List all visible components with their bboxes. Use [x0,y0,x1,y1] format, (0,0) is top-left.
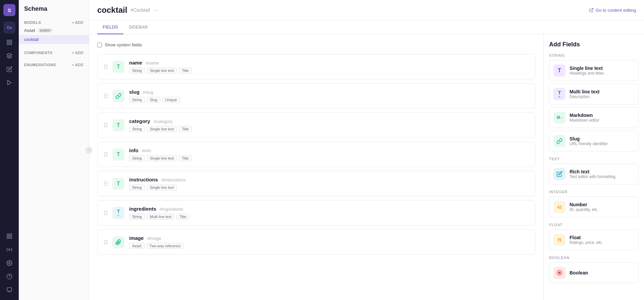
field-tags-name: String Single line text Title [129,68,528,74]
field-tag: Single line text [147,184,177,190]
field-card-image: image #image Asset Two-way reference [97,229,535,255]
field-type-slug[interactable]: Slug URL friendly identifier [549,131,639,152]
field-type-single-line-text[interactable]: T Single line text Headings and titles [549,60,639,81]
add-fields-panel: Add Fields STRING T Single line text Hea… [543,34,644,300]
slug-name: Slug [570,136,608,141]
float-desc: Ratings, price, etc. [570,240,603,245]
field-tag: String [129,68,145,74]
drag-handle-slug[interactable] [104,94,108,98]
field-type-float[interactable]: π Float Ratings, price, etc. [549,229,639,250]
show-system-fields-row[interactable]: Show system fields [97,42,535,47]
drag-handle-name[interactable] [104,65,108,69]
models-add-button[interactable]: + Add [72,20,84,25]
field-card-category: T category #category String Single line … [97,113,535,138]
sidebar-item-cocktail[interactable]: cocktail [19,35,89,44]
svg-marker-4 [8,80,11,85]
sidebar-collapse-button[interactable]: ‹ [86,147,92,154]
field-tags-image: Asset Two-way reference [129,243,528,249]
rich-text-name: Rich text [570,169,615,174]
svg-rect-13 [7,288,12,291]
nav-grid[interactable] [3,230,15,242]
field-api-category: #category [153,119,172,124]
float-info: Float Ratings, price, etc. [570,235,603,245]
text-section-label: TEXT [549,157,639,161]
boolean-name: Boolean [570,270,588,275]
field-icon-info: T [112,148,124,161]
enumerations-add-button[interactable]: + Add [72,63,84,67]
single-line-text-info: Single line text Headings and titles [570,66,604,76]
field-name-instructions: instructions [129,177,158,182]
components-add-button[interactable]: + Add [72,51,84,55]
markdown-info: Markdown Markdown editor [570,113,599,123]
field-api-name: #name [146,60,159,66]
svg-rect-7 [7,237,9,239]
model-options-button[interactable]: ··· [153,7,158,14]
field-info-category: category #category String Single line te… [129,118,528,132]
markdown-name: Markdown [570,113,599,118]
header-left: cocktail #Cocktail ··· [97,5,158,15]
show-system-fields-checkbox[interactable] [97,43,102,47]
drag-handle-ingredients[interactable] [104,211,108,215]
nav-preview[interactable] [3,77,15,89]
nav-media[interactable] [3,36,15,48]
add-fields-title: Add Fields [549,41,639,48]
field-icon-slug [112,90,124,102]
left-nav: S Co [0,0,19,300]
field-type-rich-text[interactable]: Rich text Text editor with formatting [549,164,639,184]
field-api-image: #image [147,236,161,241]
tab-sidebar[interactable]: SIDEBAR [123,20,153,34]
float-section: FLOAT π Float Ratings, price, etc. [549,223,639,250]
field-type-number[interactable]: 42 Number ID, quantity, etc. [549,197,639,217]
field-info-info: info #info String Single line text Title [129,147,528,161]
go-to-content-label: Go to content editing [596,8,636,13]
drag-handle-category[interactable] [104,123,108,127]
field-tag: String [129,184,145,190]
nav-content[interactable]: Co [3,22,15,34]
drag-handle-instructions[interactable] [104,181,108,186]
field-tag: Slug [147,97,160,103]
nav-plugins[interactable] [3,63,15,75]
field-type-boolean[interactable]: Boolean [549,262,639,283]
tabs-bar: FIELDS SIDEBAR [89,20,644,34]
field-tag: String [129,214,145,220]
number-icon: 42 [553,201,566,213]
nav-connections[interactable] [3,244,15,256]
markdown-icon: M↓ [553,112,566,124]
integer-section: INTEGER 42 Number ID, quantity, etc. [549,190,639,217]
nav-help[interactable] [3,270,15,283]
field-tag: Single line text [147,126,177,132]
nav-chat[interactable] [3,284,15,296]
drag-handle-image[interactable] [104,240,108,244]
single-line-text-name: Single line text [570,66,604,71]
field-name-info: info [129,147,139,153]
field-api-instructions: #instructions [161,177,186,182]
rich-text-info: Rich text Text editor with formatting [570,169,615,179]
field-tag: Two-way reference [147,243,184,249]
number-name: Number [570,202,598,207]
field-type-markdown[interactable]: M↓ Markdown Markdown editor [549,107,639,128]
field-type-multi-line-text[interactable]: T ≡ Multi line text Description [549,84,639,104]
field-name-name: name [129,60,142,66]
nav-schema[interactable] [3,50,15,62]
components-section-header: COMPONENTS + Add [19,48,89,56]
go-to-content-link[interactable]: Go to content editing [589,8,636,13]
field-tag: Unique [162,97,180,103]
field-info-ingredients: ingredients #ingredients String Multi li… [129,206,528,220]
cocktail-item-name: cocktail [24,37,39,42]
components-label: COMPONENTS [24,51,52,55]
field-tag: String [129,155,145,161]
field-api-slug: #slug [143,90,153,95]
boolean-section-label: BOOLEAN [549,256,639,260]
enumerations-section-header: ENUMERATIONS + Add [19,60,89,68]
field-card-instructions: T instructions #instructions String Sing… [97,171,535,196]
sidebar-item-asset[interactable]: Asset system [19,26,89,35]
drag-handle-info[interactable] [104,152,108,157]
field-tag: String [129,97,145,103]
field-api-ingredients: #ingredients [160,207,183,212]
asset-item-name: Asset [24,28,35,33]
nav-settings[interactable] [3,257,15,269]
enumerations-label: ENUMERATIONS [24,63,56,67]
tab-fields[interactable]: FIELDS [97,20,123,34]
svg-point-16 [558,272,560,274]
field-api-info: #info [142,148,151,153]
